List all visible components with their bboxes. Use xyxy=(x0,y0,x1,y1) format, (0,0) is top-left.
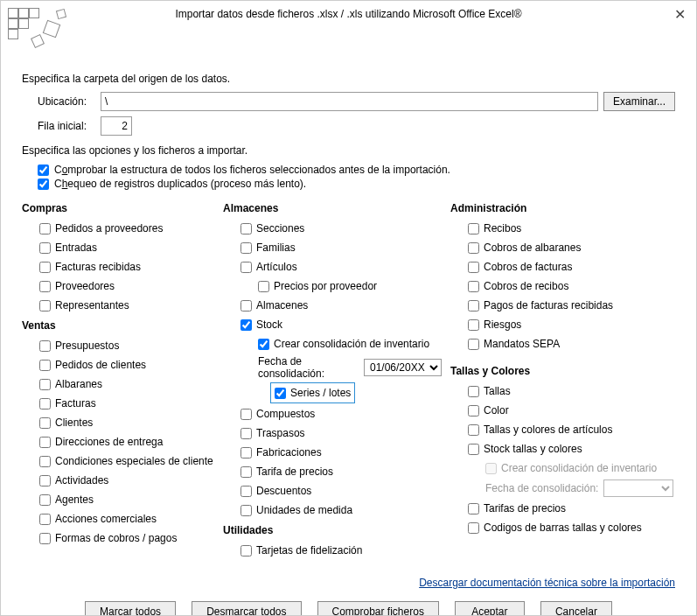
chk-mandatos[interactable]: Mandatos SEPA xyxy=(468,335,675,353)
aceptar-button[interactable]: Aceptar xyxy=(455,601,525,616)
chk-pagos-fact[interactable]: Pagos de facturas recibidas xyxy=(468,297,675,314)
close-icon[interactable]: ✕ xyxy=(674,6,686,23)
chk-stock[interactable]: Stock xyxy=(240,316,442,333)
chk-facturas-rec[interactable]: Facturas recibidas xyxy=(39,258,214,276)
fila-input[interactable] xyxy=(101,116,132,136)
tc-fecha-select xyxy=(603,480,673,497)
chk-tarjetas[interactable]: Tarjetas de fidelización xyxy=(240,542,442,559)
group-almacenes: Almacenes xyxy=(223,202,442,214)
doc-link[interactable]: Descargar documentación técnica sobre la… xyxy=(419,577,675,589)
chk-precios-prov[interactable]: Precios por proveedor xyxy=(258,277,442,295)
chk-compuestos[interactable]: Compuestos xyxy=(240,405,442,423)
chk-almacenes2[interactable]: Almacenes xyxy=(240,297,442,314)
group-admin: Administración xyxy=(450,202,675,214)
cancelar-button[interactable]: Cancelar xyxy=(540,601,612,616)
group-ventas: Ventas xyxy=(22,319,214,332)
chk-facturas[interactable]: Facturas xyxy=(39,395,214,412)
chk-crear-consol[interactable]: Crear consolidación de inventario xyxy=(258,335,442,353)
chk-secciones[interactable]: Secciones xyxy=(240,220,442,237)
chk-clientes[interactable]: Clientes xyxy=(39,414,214,431)
chk-descuentos[interactable]: Descuentos xyxy=(240,482,442,500)
chk-riesgos[interactable]: Riesgos xyxy=(468,316,675,333)
fila-label: Fila inicial: xyxy=(22,120,101,132)
desmarcar-todos-button[interactable]: Desmarcar todos xyxy=(192,601,301,616)
check-structure-box[interactable] xyxy=(38,164,49,176)
chk-pedidos-cli[interactable]: Pedidos de clientes xyxy=(39,356,214,374)
chk-fabricaciones[interactable]: Fabricaciones xyxy=(240,444,442,461)
fecha-consol-label: Fecha de consolidación: xyxy=(258,355,359,380)
chk-presupuestos[interactable]: Presupuestos xyxy=(39,337,214,354)
check-structure[interactable]: Comprobar la estructura de todos los fic… xyxy=(38,164,675,176)
section1-label: Especifica la carpeta del origen de los … xyxy=(22,73,675,85)
group-compras: Compras xyxy=(22,202,214,214)
ubicacion-label: Ubicación: xyxy=(22,95,101,108)
chk-unidades[interactable]: Unidades de medida xyxy=(240,501,442,519)
chk-color[interactable]: Color xyxy=(468,402,675,419)
chk-entradas[interactable]: Entradas xyxy=(39,239,214,256)
chk-acciones[interactable]: Acciones comerciales xyxy=(39,510,214,528)
chk-cobros-alb[interactable]: Cobros de albaranes xyxy=(468,239,675,256)
tc-fecha-label: Fecha de consolidación: xyxy=(485,482,598,494)
chk-stock-tc[interactable]: Stock tallas y colores xyxy=(468,440,675,458)
group-tallas: Tallas y Colores xyxy=(450,365,675,377)
chk-tallas-colores-art[interactable]: Tallas y colores de artículos xyxy=(468,421,675,438)
chk-tarifas-tc[interactable]: Tarifas de precios xyxy=(468,500,675,517)
comprobar-ficheros-button[interactable]: Comprobar ficheros xyxy=(317,601,439,616)
dialog-title: Importar datos desde ficheros .xlsx / .x… xyxy=(10,8,687,20)
chk-direcciones[interactable]: Direcciones de entrega xyxy=(39,433,214,451)
browse-button[interactable]: Examinar... xyxy=(603,92,675,111)
chk-albaranes[interactable]: Albaranes xyxy=(39,375,214,393)
chk-cobros-rec[interactable]: Cobros de recibos xyxy=(468,277,675,295)
chk-condiciones[interactable]: Condiciones especiales de cliente xyxy=(39,452,214,470)
chk-actividades[interactable]: Actividades xyxy=(39,472,214,489)
chk-articulos[interactable]: Artículos xyxy=(240,258,442,276)
chk-series-lotes[interactable]: Series / lotes xyxy=(270,382,442,403)
chk-codigos-barras[interactable]: Codigos de barras tallas y colores xyxy=(468,519,675,536)
chk-traspasos[interactable]: Traspasos xyxy=(240,424,442,442)
chk-tarifa[interactable]: Tarifa de precios xyxy=(240,463,442,480)
app-logo xyxy=(6,6,72,50)
chk-recibos[interactable]: Recibos xyxy=(468,220,675,237)
fecha-consol-select[interactable]: 01/06/20XX xyxy=(364,359,442,376)
ubicacion-input[interactable] xyxy=(101,92,598,111)
chk-familias[interactable]: Familias xyxy=(240,239,442,256)
chk-proveedores[interactable]: Proveedores xyxy=(39,277,214,295)
marcar-todos-button[interactable]: Marcar todos xyxy=(85,601,176,616)
chk-agentes[interactable]: Agentes xyxy=(39,491,214,508)
check-duplicates[interactable]: Chequeo de registros duplicados (proceso… xyxy=(38,178,675,190)
chk-pedidos-prov[interactable]: Pedidos a proveedores xyxy=(39,220,214,237)
section2-label: Especifica las opciones y los ficheros a… xyxy=(22,144,675,157)
chk-representantes[interactable]: Representantes xyxy=(39,297,214,314)
chk-formas-cobros[interactable]: Formas de cobros / pagos xyxy=(39,529,214,547)
group-utilidades: Utilidades xyxy=(223,524,442,536)
chk-tc-crear-consol: Crear consolidación de inventario xyxy=(485,459,675,477)
check-duplicates-box[interactable] xyxy=(38,178,49,190)
chk-tallas[interactable]: Tallas xyxy=(468,382,675,400)
chk-cobros-fact[interactable]: Cobros de facturas xyxy=(468,258,675,276)
